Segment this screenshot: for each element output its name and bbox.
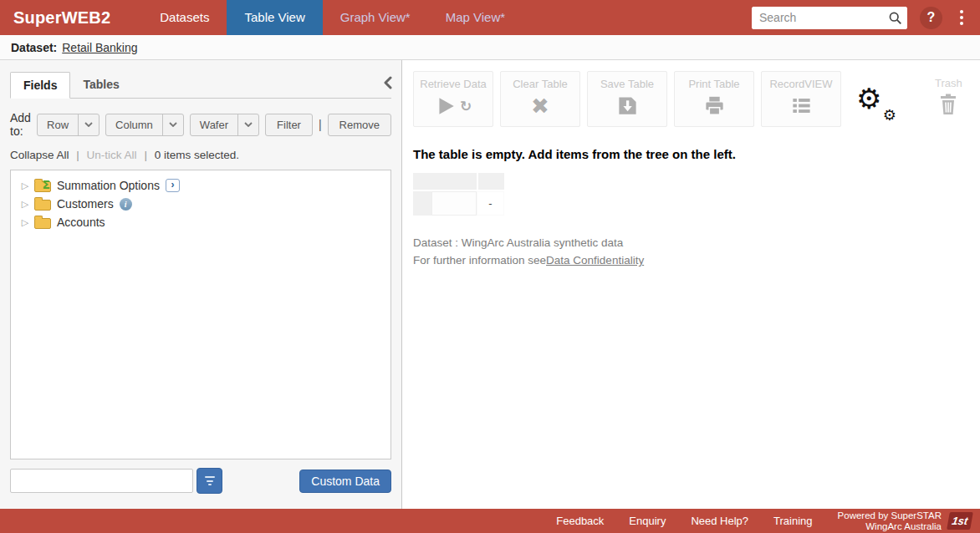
footer-link-training[interactable]: Training: [773, 515, 812, 527]
content-area: Fields Tables Add to: Row Column: [0, 60, 980, 509]
dataset-link[interactable]: Retail Banking: [62, 41, 137, 54]
trash-dropzone[interactable]: Trash: [935, 71, 962, 115]
chevron-down-icon[interactable]: [78, 114, 99, 135]
untick-all-link[interactable]: Un-tick All: [87, 149, 137, 161]
app-logo[interactable]: SuperWEB2: [0, 8, 124, 28]
table-cell: [431, 191, 477, 216]
footer: Feedback Enquiry Need Help? Training Pow…: [0, 509, 980, 533]
printer-icon: [703, 94, 726, 117]
overflow-menu-button[interactable]: [955, 7, 968, 28]
footer-link-need-help[interactable]: Need Help?: [691, 515, 748, 527]
tree-item-label: Customers: [57, 197, 114, 211]
clear-x-icon: ✖: [531, 94, 549, 118]
collapse-all-link[interactable]: Collapse All: [10, 149, 69, 161]
tree-item-accounts[interactable]: ▷ Accounts: [11, 213, 390, 231]
kebab-icon: [960, 10, 963, 13]
filter-button[interactable]: Filter: [265, 114, 313, 136]
row-dropdown[interactable]: Row: [37, 114, 100, 136]
tree-filter-input[interactable]: [10, 469, 193, 493]
table-view-panel: Retrieve Data ↻ Clear Table ✖ Save Table: [402, 60, 980, 509]
retrieve-data-button[interactable]: Retrieve Data ↻: [413, 71, 493, 127]
main-nav: Datasets Table View Graph View* Map View…: [142, 0, 523, 35]
list-icon: [790, 94, 813, 117]
field-panel: Fields Tables Add to: Row Column: [0, 60, 402, 509]
data-confidentiality-link[interactable]: Data Confidentiality: [546, 254, 644, 266]
nav-item-map-view[interactable]: Map View*: [428, 0, 523, 35]
tab-fields[interactable]: Fields: [10, 72, 70, 99]
table-options-button[interactable]: ⚙ ⚙: [856, 84, 900, 119]
dataset-label: Dataset:: [11, 41, 57, 54]
nav-item-graph-view[interactable]: Graph View*: [323, 0, 428, 35]
recordview-button[interactable]: RecordVIEW: [761, 71, 841, 127]
panel-tabs: Fields Tables: [10, 72, 391, 99]
gear-small-icon: ⚙: [883, 108, 896, 123]
tree-item-summation-options[interactable]: ▷ Σ Summation Options ›: [11, 176, 390, 195]
folder-icon: [34, 200, 51, 211]
navbar-right: ?: [752, 0, 980, 35]
further-info-text: For further information see: [413, 254, 546, 266]
chevron-left-icon: [383, 76, 393, 89]
collapse-panel-button[interactable]: [381, 74, 395, 94]
clear-table-button[interactable]: Clear Table ✖: [500, 71, 580, 127]
items-selected-text: 0 items selected.: [155, 149, 239, 161]
empty-table-placeholder: -: [413, 173, 980, 216]
footer-link-feedback[interactable]: Feedback: [556, 515, 604, 527]
filter-icon: [205, 476, 215, 478]
search-box: [752, 7, 907, 29]
selection-summary: Collapse All | Un-tick All | 0 items sel…: [10, 149, 391, 161]
table-header-cell: [478, 173, 504, 190]
chevron-down-icon[interactable]: [237, 114, 258, 135]
expand-triangle-icon[interactable]: ▷: [19, 217, 31, 228]
field-tree: ▷ Σ Summation Options › ▷ Customers i ▷ …: [10, 170, 391, 459]
separator: |: [319, 118, 322, 131]
powered-by-text: Powered by SuperSTAR WingArc Australia: [838, 510, 942, 531]
question-icon: ?: [927, 10, 936, 25]
tree-item-customers[interactable]: ▷ Customers i: [11, 195, 390, 213]
expand-triangle-icon[interactable]: ▷: [19, 199, 31, 210]
dataset-info-text: Dataset : WingArc Australia synthetic da…: [413, 234, 980, 251]
tab-tables[interactable]: Tables: [70, 72, 131, 98]
tree-item-label: Summation Options: [57, 179, 160, 192]
save-table-button[interactable]: Save Table: [587, 71, 667, 127]
table-row-header-cell: [413, 191, 431, 216]
apply-filter-button[interactable]: [197, 468, 222, 494]
top-navbar: SuperWEB2 Datasets Table View Graph View…: [0, 0, 980, 35]
tree-item-label: Accounts: [57, 216, 105, 229]
add-to-controls: Add to: Row Column Wafer Filter |: [10, 111, 391, 138]
table-header-cell: [413, 173, 477, 190]
search-icon[interactable]: [888, 11, 902, 28]
nav-item-datasets[interactable]: Datasets: [142, 0, 227, 35]
info-icon[interactable]: i: [120, 198, 132, 211]
save-icon: [616, 94, 639, 117]
folder-icon: [34, 218, 51, 229]
folder-sigma-icon: Σ: [34, 181, 51, 192]
dataset-info-block: Dataset : WingArc Australia synthetic da…: [413, 234, 980, 269]
open-folder-icon[interactable]: ›: [166, 179, 180, 192]
gear-icon: ⚙: [856, 82, 881, 115]
print-table-button[interactable]: Print Table: [674, 71, 754, 127]
tree-filter-row: Custom Data: [10, 468, 391, 494]
help-button[interactable]: ?: [920, 7, 942, 29]
wafer-dropdown[interactable]: Wafer: [190, 114, 259, 136]
play-refresh-icon: ↻: [435, 94, 472, 118]
empty-table-message: The table is empty. Add items from the t…: [413, 147, 980, 161]
trash-icon: [939, 94, 957, 115]
expand-triangle-icon[interactable]: ▷: [19, 180, 31, 191]
table-cell: -: [477, 191, 504, 216]
add-to-label: Add to:: [10, 111, 31, 138]
chevron-down-icon[interactable]: [162, 114, 183, 135]
remove-button[interactable]: Remove: [328, 114, 391, 136]
search-input[interactable]: [752, 7, 907, 29]
nav-item-table-view[interactable]: Table View: [227, 0, 322, 35]
table-toolbar: Retrieve Data ↻ Clear Table ✖ Save Table: [413, 71, 980, 127]
dataset-bar: Dataset: Retail Banking: [0, 35, 980, 60]
column-dropdown[interactable]: Column: [105, 114, 184, 136]
custom-data-button[interactable]: Custom Data: [299, 470, 391, 493]
footer-link-enquiry[interactable]: Enquiry: [629, 515, 666, 527]
superstar-logo: 1st: [947, 512, 973, 530]
